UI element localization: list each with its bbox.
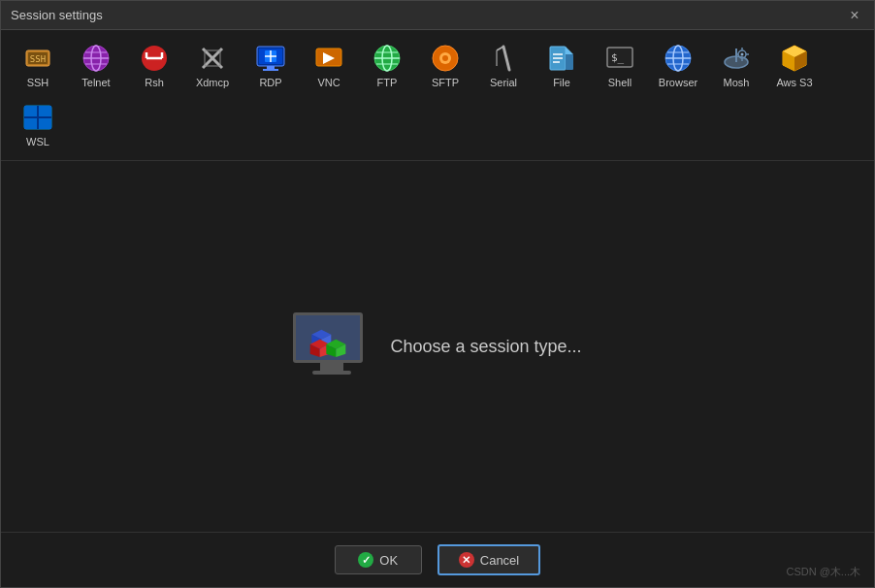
toolbar-item-browser[interactable]: Browser bbox=[651, 38, 705, 93]
toolbar-item-file[interactable]: File bbox=[535, 38, 589, 93]
toolbar-item-telnet[interactable]: Telnet bbox=[69, 38, 123, 93]
toolbar-item-ssh[interactable]: SSH SSH bbox=[11, 38, 65, 93]
wsl-icon bbox=[22, 102, 53, 133]
toolbar-item-rdp[interactable]: RDP bbox=[243, 38, 298, 93]
ok-check-icon: ✓ bbox=[358, 552, 373, 568]
rdp-icon bbox=[255, 43, 286, 74]
main-content-area: Choose a session type... bbox=[1, 161, 874, 532]
svg-marker-36 bbox=[566, 47, 573, 54]
svg-rect-62 bbox=[38, 106, 51, 117]
ssh-icon: SSH bbox=[22, 43, 53, 74]
placeholder-text: Choose a session type... bbox=[390, 337, 581, 357]
svg-rect-37 bbox=[566, 54, 573, 70]
close-button[interactable]: × bbox=[845, 6, 864, 25]
svg-rect-61 bbox=[24, 106, 38, 117]
shell-icon: $_ bbox=[604, 43, 635, 74]
svg-rect-64 bbox=[38, 117, 51, 129]
rdp-label: RDP bbox=[259, 77, 281, 88]
vnc-label: VNC bbox=[317, 77, 340, 88]
browser-icon bbox=[663, 43, 694, 74]
monitor-base bbox=[312, 371, 351, 375]
cancel-button[interactable]: ✕ Cancel bbox=[438, 544, 540, 575]
serial-label: Serial bbox=[490, 77, 517, 88]
toolbar-item-serial[interactable]: Serial bbox=[476, 38, 531, 93]
toolbar-item-rsh[interactable]: Rsh bbox=[127, 38, 181, 93]
vnc-icon bbox=[313, 43, 344, 74]
cancel-x-icon: ✕ bbox=[459, 552, 474, 568]
awss3-label: Aws S3 bbox=[776, 77, 812, 88]
sftp-icon bbox=[430, 43, 461, 74]
svg-text:$_: $_ bbox=[611, 51, 625, 64]
mosh-icon bbox=[721, 43, 752, 74]
ssh-label: SSH bbox=[27, 77, 49, 88]
ftp-label: FTP bbox=[377, 77, 398, 88]
svg-rect-21 bbox=[263, 69, 278, 71]
browser-label: Browser bbox=[659, 77, 697, 88]
svg-point-31 bbox=[442, 55, 448, 61]
session-type-toolbar: SSH SSH Telnet bbox=[1, 30, 874, 161]
monitor-illustration bbox=[293, 312, 371, 380]
watermark: CSDN @木...木 bbox=[786, 565, 860, 579]
ok-label: OK bbox=[379, 553, 398, 568]
toolbar-item-shell[interactable]: $_ Shell bbox=[593, 38, 647, 93]
svg-line-33 bbox=[497, 47, 503, 50]
toolbar-item-xdmcp[interactable]: Xdmcp bbox=[185, 38, 240, 93]
cubes-svg bbox=[304, 318, 352, 357]
wsl-label: WSL bbox=[26, 136, 49, 147]
toolbar-item-sftp[interactable]: SFTP bbox=[418, 38, 472, 93]
file-label: File bbox=[553, 77, 570, 88]
toolbar-item-awss3[interactable]: Aws S3 bbox=[767, 38, 822, 93]
mosh-label: Mosh bbox=[724, 77, 750, 88]
svg-point-51 bbox=[741, 53, 744, 56]
rsh-label: Rsh bbox=[145, 77, 164, 88]
sftp-label: SFTP bbox=[432, 77, 459, 88]
telnet-icon bbox=[81, 43, 112, 74]
monitor-stand bbox=[320, 363, 343, 371]
svg-rect-63 bbox=[24, 117, 38, 129]
title-bar: Session settings × bbox=[1, 1, 874, 30]
monitor-screen bbox=[293, 312, 363, 363]
cancel-label: Cancel bbox=[480, 553, 519, 568]
dialog-title: Session settings bbox=[11, 8, 103, 22]
placeholder-container: Choose a session type... bbox=[293, 312, 581, 380]
shell-label: Shell bbox=[608, 77, 632, 88]
xdmcp-label: Xdmcp bbox=[196, 77, 229, 88]
ok-button[interactable]: ✓ OK bbox=[335, 545, 422, 574]
serial-icon bbox=[488, 43, 519, 74]
svg-line-32 bbox=[503, 47, 509, 70]
ftp-icon bbox=[372, 43, 403, 74]
toolbar-item-wsl[interactable]: WSL bbox=[11, 97, 65, 152]
file-icon bbox=[546, 43, 577, 74]
toolbar-item-ftp[interactable]: FTP bbox=[360, 38, 414, 93]
svg-text:SSH: SSH bbox=[30, 54, 46, 64]
session-settings-dialog: Session settings × SSH SSH bbox=[0, 0, 875, 588]
footer: ✓ OK ✕ Cancel bbox=[1, 532, 874, 587]
xdmcp-icon bbox=[197, 43, 228, 74]
toolbar-item-mosh[interactable]: Mosh bbox=[709, 38, 763, 93]
toolbar-item-vnc[interactable]: VNC bbox=[302, 38, 356, 93]
telnet-label: Telnet bbox=[81, 77, 110, 88]
svg-rect-20 bbox=[267, 66, 275, 69]
rsh-icon bbox=[139, 43, 170, 74]
awss3-icon bbox=[779, 43, 810, 74]
